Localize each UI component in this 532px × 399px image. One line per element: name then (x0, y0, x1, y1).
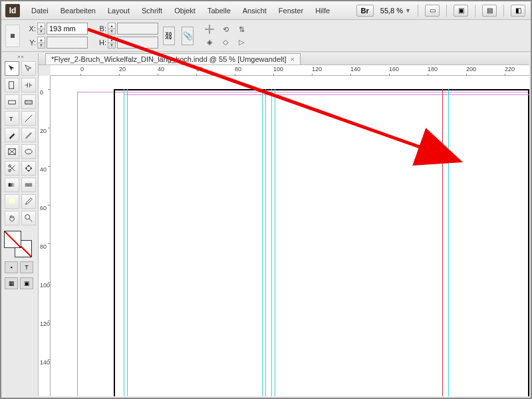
apply-none-icon[interactable]: T (20, 261, 33, 273)
h-spinner[interactable]: ▲▼ (108, 37, 116, 49)
menu-fenster[interactable]: Fenster (273, 3, 309, 19)
rectangle-frame-tool[interactable] (5, 144, 19, 159)
chevron-down-icon: ▼ (405, 7, 411, 14)
vertical-guide[interactable] (262, 89, 263, 396)
vertical-ruler[interactable]: 020406080100120140 (39, 76, 51, 396)
y-input[interactable] (47, 37, 88, 49)
page-tool[interactable] (5, 78, 19, 92)
x-label: X: (27, 25, 36, 33)
eyedropper-tool[interactable] (21, 194, 36, 209)
ruler-tick: 160 (389, 66, 399, 72)
flip-horizontal-icon[interactable] (203, 24, 215, 35)
bridge-button[interactable]: Br (356, 5, 374, 17)
svg-line-4 (25, 115, 33, 122)
x-spinner[interactable]: ▲▼ (37, 23, 45, 35)
vertical-guide[interactable] (448, 89, 449, 396)
menu-bearbeiten[interactable]: Bearbeiten (55, 3, 102, 19)
content-placer-tool[interactable] (21, 94, 36, 109)
toolbox-grip[interactable] (3, 53, 38, 60)
apply-color-icon[interactable]: ▪ (5, 261, 18, 273)
menu-tabelle[interactable]: Tabelle (201, 3, 237, 19)
control-bar: X: ▲▼ Y: ▲▼ B: ▲▼ H: ▲▼ ⛓ 📎 (1, 20, 531, 52)
ruler-tick: 60 (196, 66, 203, 72)
page-viewport[interactable] (51, 76, 529, 396)
document-tab[interactable]: *Flyer_2-Bruch_Wickelfalz_DIN_lang_hoch.… (45, 53, 301, 65)
ruler-tick: 60 (40, 205, 47, 211)
flip-vertical-icon[interactable]: ⇅ (235, 24, 247, 35)
select-content-icon[interactable]: ◇ (219, 37, 231, 47)
note-tool[interactable] (5, 194, 19, 209)
workspace-icon[interactable]: ◧ (511, 5, 525, 17)
rotate-icon[interactable]: ⟲ (219, 24, 231, 35)
arrange-documents-icon[interactable]: ▤ (482, 5, 497, 17)
pen-tool[interactable] (5, 128, 19, 142)
document-tabbar: *Flyer_2-Bruch_Wickelfalz_DIN_lang_hoch.… (39, 53, 529, 65)
ruler-tick: 120 (40, 321, 50, 327)
zoom-display[interactable]: 55,8 % ▼ (380, 7, 411, 15)
y-spinner[interactable]: ▲▼ (37, 37, 45, 49)
normal-view-icon[interactable]: ▦ (5, 277, 18, 289)
h-label: H: (97, 39, 106, 47)
fill-swatch[interactable] (4, 231, 21, 248)
scissors-tool[interactable] (5, 161, 19, 176)
preview-view-icon[interactable]: ▣ (20, 277, 33, 289)
gap-tool[interactable] (21, 78, 36, 92)
svg-rect-12 (25, 183, 33, 186)
view-options-icon[interactable]: ▭ (425, 5, 440, 17)
type-tool[interactable]: T (5, 111, 19, 126)
margin-guide (124, 94, 529, 396)
pencil-tool[interactable] (21, 128, 36, 142)
vertical-guide-red[interactable] (442, 89, 443, 396)
svg-point-14 (25, 215, 30, 219)
horizontal-ruler[interactable]: 020406080100120140160180200220 (51, 65, 529, 76)
menu-hilfe[interactable]: Hilfe (309, 3, 336, 19)
ruler-tick: 120 (312, 66, 322, 72)
ellipse-tool[interactable] (21, 144, 36, 159)
hand-tool[interactable] (5, 211, 19, 225)
menu-layout[interactable]: Layout (102, 3, 136, 19)
free-transform-tool[interactable] (21, 161, 36, 176)
svg-rect-2 (25, 100, 33, 104)
menu-datei[interactable]: Datei (25, 3, 55, 19)
constrain-proportions-icon[interactable]: ⛓ (163, 27, 175, 45)
line-tool[interactable] (21, 111, 36, 126)
h-input[interactable] (117, 37, 158, 49)
svg-line-15 (29, 219, 32, 221)
workspace: T ▪ T (3, 53, 529, 396)
ruler-tick: 200 (466, 66, 476, 72)
vertical-guide[interactable] (265, 89, 266, 396)
screen-mode-icon[interactable]: ▣ (454, 5, 468, 17)
toolbox: T ▪ T (3, 53, 39, 396)
content-collector-tool[interactable] (5, 94, 19, 109)
fill-stroke-swatches[interactable] (3, 231, 33, 257)
select-container-icon[interactable]: ◈ (203, 37, 215, 47)
x-input[interactable] (47, 23, 88, 35)
menubar: Id Datei Bearbeiten Layout Schrift Objek… (1, 1, 531, 20)
gradient-swatch-tool[interactable] (5, 178, 19, 192)
link-icon[interactable]: 📎 (182, 27, 194, 45)
w-spinner[interactable]: ▲▼ (108, 23, 116, 35)
ruler-tick: 140 (40, 359, 50, 366)
vertical-guide[interactable] (124, 89, 124, 396)
vertical-guide[interactable] (271, 89, 272, 396)
reference-point-icon[interactable] (5, 25, 20, 47)
vertical-guide[interactable] (275, 89, 275, 396)
spread (77, 89, 529, 396)
app-window: Id Datei Bearbeiten Layout Schrift Objek… (0, 0, 532, 399)
menu-ansicht[interactable]: Ansicht (237, 3, 273, 19)
gradient-feather-tool[interactable] (21, 178, 36, 192)
select-next-icon[interactable]: ▷ (235, 37, 247, 47)
selection-tool[interactable] (5, 61, 19, 76)
ruler-tick: 100 (273, 66, 283, 72)
vertical-guide[interactable] (127, 89, 128, 396)
y-label: Y: (27, 39, 36, 47)
ruler-tick: 40 (40, 166, 47, 173)
menu-schrift[interactable]: Schrift (136, 3, 168, 19)
ruler-tick: 180 (428, 66, 438, 72)
zoom-tool[interactable] (21, 211, 36, 225)
menu-objekt[interactable]: Objekt (168, 3, 201, 19)
direct-selection-tool[interactable] (21, 61, 36, 76)
w-input[interactable] (117, 23, 158, 35)
close-tab-icon[interactable]: × (291, 55, 295, 63)
ruler-tick: 0 (40, 89, 43, 96)
